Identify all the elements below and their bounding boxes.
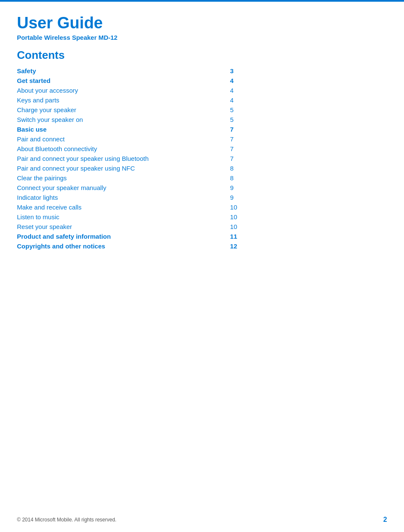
- toc-item-page: 9: [213, 193, 237, 202]
- toc-row: Charge your speaker5: [17, 105, 237, 115]
- toc-item-page: 7: [213, 144, 237, 154]
- toc-item-page: 11: [213, 232, 237, 241]
- toc-item-label[interactable]: Listen to music: [17, 212, 213, 222]
- toc-item-page: 7: [213, 124, 237, 134]
- toc-item-page: 10: [213, 202, 237, 212]
- toc-item-page: 7: [213, 154, 237, 163]
- toc-item-label[interactable]: Switch your speaker on: [17, 115, 213, 124]
- toc-item-label[interactable]: Pair and connect your speaker using NFC: [17, 163, 213, 173]
- footer: © 2014 Microsoft Mobile. All rights rese…: [17, 516, 387, 524]
- contents-title: Contents: [17, 49, 237, 62]
- toc-row: Connect your speaker manually9: [17, 183, 237, 193]
- toc-row: About Bluetooth connectivity7: [17, 144, 237, 154]
- toc-item-page: 8: [213, 163, 237, 173]
- toc-item-label[interactable]: About your accessory: [17, 85, 213, 95]
- footer-copyright: © 2014 Microsoft Mobile. All rights rese…: [17, 517, 116, 523]
- toc-item-label[interactable]: Safety: [17, 66, 213, 76]
- toc-row: Pair and connect7: [17, 134, 237, 144]
- toc-item-page: 5: [213, 105, 237, 115]
- toc-item-page: 4: [213, 76, 237, 85]
- toc-item-page: 10: [213, 222, 237, 232]
- toc-item-page: 10: [213, 212, 237, 222]
- toc-item-page: 8: [213, 173, 237, 183]
- toc-row: Basic use7: [17, 124, 237, 134]
- toc-item-page: 7: [213, 134, 237, 144]
- toc-table: Safety3Get started4About your accessory4…: [17, 66, 237, 251]
- toc-item-label[interactable]: About Bluetooth connectivity: [17, 144, 213, 154]
- toc-item-label[interactable]: Connect your speaker manually: [17, 183, 213, 193]
- toc-row: Get started4: [17, 76, 237, 85]
- toc-item-label[interactable]: Pair and connect: [17, 134, 213, 144]
- subtitle: Portable Wireless Speaker MD-12: [17, 34, 237, 41]
- toc-row: Listen to music10: [17, 212, 237, 222]
- toc-row: Indicator lights9: [17, 193, 237, 202]
- toc-item-label[interactable]: Clear the pairings: [17, 173, 213, 183]
- main-title: User Guide: [17, 14, 237, 33]
- toc-item-page: 4: [213, 85, 237, 95]
- toc-item-page: 3: [213, 66, 237, 76]
- toc-item-page: 12: [213, 241, 237, 251]
- toc-item-label[interactable]: Basic use: [17, 124, 213, 134]
- toc-item-label[interactable]: Charge your speaker: [17, 105, 213, 115]
- toc-row: Copyrights and other notices12: [17, 241, 237, 251]
- toc-item-page: 9: [213, 183, 237, 193]
- toc-row: Pair and connect your speaker using NFC8: [17, 163, 237, 173]
- toc-row: About your accessory4: [17, 85, 237, 95]
- toc-item-label[interactable]: Keys and parts: [17, 95, 213, 105]
- toc-row: Product and safety information11: [17, 232, 237, 241]
- toc-row: Clear the pairings8: [17, 173, 237, 183]
- toc-item-label[interactable]: Make and receive calls: [17, 202, 213, 212]
- footer-page-number: 2: [383, 516, 387, 524]
- toc-row: Switch your speaker on5: [17, 115, 237, 124]
- toc-row: Make and receive calls10: [17, 202, 237, 212]
- toc-item-label[interactable]: Pair and connect your speaker using Blue…: [17, 154, 213, 163]
- toc-item-page: 5: [213, 115, 237, 124]
- toc-item-label[interactable]: Indicator lights: [17, 193, 213, 202]
- toc-row: Reset your speaker10: [17, 222, 237, 232]
- toc-row: Pair and connect your speaker using Blue…: [17, 154, 237, 163]
- toc-item-label[interactable]: Get started: [17, 76, 213, 85]
- toc-item-label[interactable]: Reset your speaker: [17, 222, 213, 232]
- toc-item-label[interactable]: Product and safety information: [17, 232, 213, 241]
- toc-row: Safety3: [17, 66, 237, 76]
- toc-row: Keys and parts4: [17, 95, 237, 105]
- toc-item-page: 4: [213, 95, 237, 105]
- toc-item-label[interactable]: Copyrights and other notices: [17, 241, 213, 251]
